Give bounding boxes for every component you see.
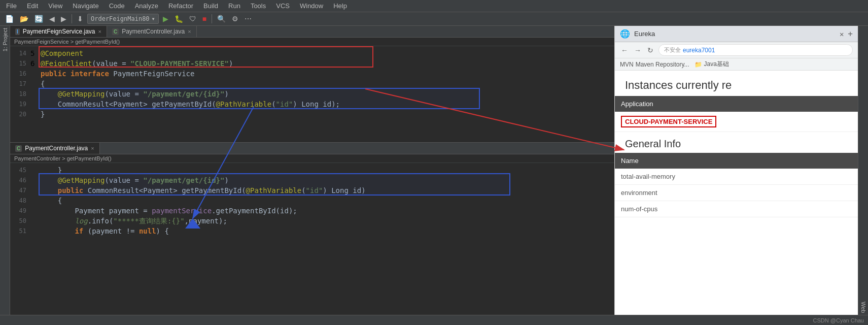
code-content-50[interactable]: log.info("*****查询结果:{}",payment); — [39, 216, 614, 226]
code-editor-bottom[interactable]: 45 } 46 @GetMapping(value = "/payment/ge… — [10, 163, 614, 315]
toolbar-new-btn[interactable]: 📄 — [3, 14, 16, 24]
code-content-45[interactable]: } — [39, 165, 614, 175]
browser-globe-icon: 🌐 — [620, 29, 630, 39]
menu-window[interactable]: Window — [298, 1, 325, 11]
class-icon-top: C — [112, 28, 119, 35]
more-btn[interactable]: ⋯ — [242, 14, 254, 24]
menu-refactor[interactable]: Refactor — [166, 1, 195, 11]
menu-build[interactable]: Build — [201, 1, 220, 11]
settings-btn[interactable]: ⚙ — [230, 14, 240, 24]
code-line-15: 15 6 @FeignClient(value = "CLOUD-PAYMENT… — [10, 58, 614, 69]
menu-view[interactable]: View — [46, 1, 64, 11]
toolbar-open-btn[interactable]: 📂 — [18, 14, 30, 24]
toolbar: 📄 📂 🔄 ◀ ▶ ⬇ OrderFeignMain80 ▾ ▶ 🐛 🛡 ■ 🔍… — [0, 12, 868, 26]
tab-controller-close-top[interactable]: × — [188, 28, 191, 35]
code-lines-bottom: 45 } 46 @GetMapping(value = "/payment/ge… — [10, 163, 614, 238]
menu-file[interactable]: File — [4, 1, 19, 11]
code-line-46: 46 @GetMapping(value = "/payment/get/{id… — [10, 175, 614, 185]
breadcrumb-bottom: PaymentController > getPaymentById() — [10, 154, 614, 163]
editor-top: I PaymentFeignService.java × C PaymentCo… — [10, 26, 614, 143]
code-content-18[interactable]: @GetMapping(value = "/payment/get/{id}") — [39, 89, 614, 99]
project-side-panel[interactable]: 1: Project — [0, 26, 10, 315]
line-num-50: 50 — [10, 216, 30, 226]
menu-vcs[interactable]: VCS — [274, 1, 292, 11]
line-num-51: 51 — [10, 226, 30, 236]
code-line-47: 47 public CommonResult<Payment> getPayme… — [10, 185, 614, 196]
code-content-49[interactable]: Payment payment = paymentService.getPaym… — [39, 206, 614, 216]
tab-payment-controller-bottom[interactable]: C PaymentController.java × — [10, 143, 100, 154]
menu-tools[interactable]: Tools — [249, 1, 268, 11]
code-content-17[interactable]: { — [39, 79, 614, 89]
service-name-text: CLOUD-PAYMENT-SERVICE — [621, 116, 716, 127]
menu-analyze[interactable]: Analyze — [133, 1, 160, 11]
web-side-panel[interactable]: Web — [858, 26, 868, 315]
menu-help[interactable]: Help — [331, 1, 349, 11]
eureka-instances-table: Application CLOUD-PAYMENT-SERVICE — [615, 96, 858, 132]
line-num-47: 47 — [10, 185, 30, 196]
menu-run[interactable]: Run — [226, 1, 242, 11]
code-line-17: 17 { — [10, 79, 614, 89]
address-bar-field[interactable]: 不安全 eureka7001 — [658, 44, 853, 56]
code-content-14[interactable]: @Component — [39, 48, 614, 58]
toolbar-back-btn[interactable]: ◀ — [47, 14, 57, 24]
tab-feign-close[interactable]: × — [98, 28, 101, 35]
code-content-16[interactable]: public interface PaymentFeignService — [39, 69, 614, 79]
toolbar-forward-btn[interactable]: ▶ — [59, 14, 68, 24]
bookmark-maven-label: Maven Repository... — [636, 61, 689, 68]
breadcrumb-text-bottom: PaymentController > getPaymentById() — [14, 155, 112, 161]
status-right: CSDN @Cyan Chau — [813, 317, 864, 323]
browser-new-tab-button[interactable]: + — [848, 29, 853, 39]
browser-title-left: 🌐 Eureka — [620, 29, 655, 39]
find-btn[interactable]: 🔍 — [215, 14, 228, 24]
editor-area: I PaymentFeignService.java × C PaymentCo… — [10, 26, 614, 315]
tab-payment-feign-service[interactable]: I PaymentFeignService.java × — [10, 26, 107, 37]
maven-icon: MVN — [620, 61, 634, 68]
info-row-memory: total-avail-memory — [615, 169, 858, 185]
code-content-47[interactable]: public CommonResult<Payment> getPaymentB… — [39, 185, 614, 196]
run-with-coverage-btn[interactable]: 🛡 — [187, 14, 198, 24]
tab-payment-controller-top[interactable]: C PaymentController.java × — [107, 26, 197, 37]
browser-address-bar: ← → ↻ 不安全 eureka7001 — [615, 42, 858, 58]
code-line-51: 51 if (payment != null) { — [10, 226, 614, 236]
browser-titlebar-buttons: ✕ + — [840, 29, 853, 39]
bookmark-java[interactable]: 📁 Java基础 — [695, 60, 729, 69]
line-num-17: 17 — [10, 79, 30, 89]
browser-title-text: Eureka — [634, 30, 655, 38]
tab-controller-close-bottom[interactable]: × — [91, 145, 94, 151]
menu-navigate[interactable]: Navigate — [71, 1, 100, 11]
editor-split: I PaymentFeignService.java × C PaymentCo… — [10, 26, 614, 315]
code-content-15[interactable]: @FeignClient(value = "CLOUD-PAYMENT-SERV… — [39, 58, 614, 69]
refresh-button[interactable]: ↻ — [646, 45, 654, 55]
service-row[interactable]: CLOUD-PAYMENT-SERVICE — [615, 112, 858, 132]
info-env-label: environment — [615, 185, 858, 201]
code-lines-top: 14 5 @Component 15 6 @FeignClient(value … — [10, 46, 614, 121]
debug-btn[interactable]: 🐛 — [172, 14, 185, 24]
code-content-20[interactable]: } — [39, 109, 614, 119]
browser-panel: 🌐 Eureka ✕ + ← → ↻ 不安全 eureka7001 MVN Ma… — [614, 26, 858, 315]
java-folder-icon: 📁 — [695, 61, 702, 68]
line-num-19: 19 — [10, 99, 30, 109]
code-content-48[interactable]: { — [39, 196, 614, 206]
code-content-51[interactable]: if (payment != null) { — [39, 226, 614, 236]
stop-btn[interactable]: ■ — [200, 14, 209, 24]
code-content-46[interactable]: @GetMapping(value = "/payment/get/{id}") — [39, 175, 614, 185]
menu-code[interactable]: Code — [107, 1, 127, 11]
back-button[interactable]: ← — [620, 45, 629, 55]
tab-controller-label-top: PaymentController.java — [122, 28, 185, 35]
bookmark-maven[interactable]: MVN Maven Repository... — [620, 61, 689, 68]
browser-close-button[interactable]: ✕ — [840, 30, 844, 38]
name-col-header: Name — [615, 153, 858, 169]
info-memory-label: total-avail-memory — [615, 169, 858, 185]
status-bar: CSDN @Cyan Chau — [0, 315, 868, 325]
url-text: eureka7001 — [683, 47, 715, 54]
run-btn[interactable]: ▶ — [161, 14, 170, 24]
service-name-cell[interactable]: CLOUD-PAYMENT-SERVICE — [615, 112, 858, 132]
toolbar-sync-btn[interactable]: 🔄 — [32, 14, 45, 24]
menu-edit[interactable]: Edit — [25, 1, 40, 11]
forward-button[interactable]: → — [633, 45, 642, 55]
code-content-19[interactable]: CommonResult<Payment> getPaymentById(@Pa… — [39, 99, 614, 109]
run-config-dropdown[interactable]: OrderFeignMain80 ▾ — [87, 14, 159, 24]
toolbar-build-btn[interactable]: ⬇ — [75, 14, 85, 24]
code-editor-top[interactable]: 14 5 @Component 15 6 @FeignClient(value … — [10, 46, 614, 142]
code-line-50: 50 log.info("*****查询结果:{}",payment); — [10, 216, 614, 226]
